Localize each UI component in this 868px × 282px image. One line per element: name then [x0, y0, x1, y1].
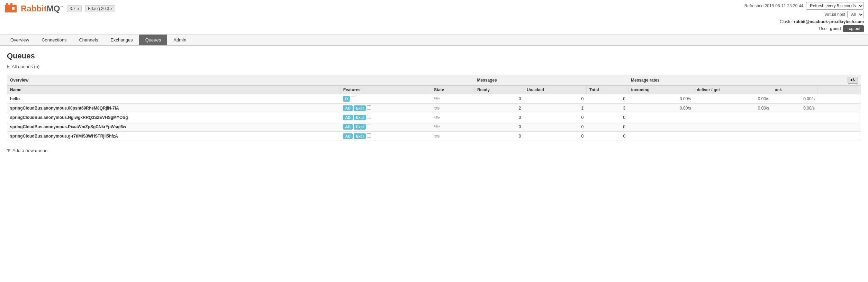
add-queue-triangle-icon	[7, 149, 10, 152]
svg-rect-4	[12, 7, 15, 10]
queue-unacked: 0	[524, 132, 586, 141]
queue-features: AD Excl	[340, 132, 431, 141]
queue-checkbox[interactable]	[367, 133, 371, 138]
logo-text: RabbitMQ™	[21, 4, 63, 13]
queue-checkbox[interactable]	[367, 124, 371, 128]
queue-incoming: 0.00/s	[628, 104, 694, 113]
queue-total: 0	[586, 113, 628, 122]
top-right: Refreshed 2018-06-11 23:20:44 Refresh ev…	[744, 2, 864, 32]
add-queue-row[interactable]: Add a new queue	[7, 147, 861, 154]
col-total: Total	[586, 86, 628, 94]
tab-exchanges[interactable]: Exchanges	[104, 35, 139, 45]
logout-button[interactable]: Log out	[843, 25, 864, 32]
queue-state: idle	[431, 132, 474, 141]
section-messages: Messages	[474, 75, 628, 86]
badge-ad: AD	[343, 115, 353, 120]
queue-row-spacer	[817, 94, 861, 104]
queue-row-spacer	[817, 122, 861, 132]
queue-name: springCloudBus.anonymous.00psnt69RheM8QR…	[7, 104, 340, 113]
queue-name-link[interactable]: hello	[10, 96, 20, 101]
col-header-row: Name Features State Ready Unacked Total …	[7, 86, 861, 94]
all-queues-toggle[interactable]: All queues (5)	[7, 64, 861, 69]
table-row[interactable]: springCloudBus.anonymous.00psnt69RheM8QR…	[7, 104, 861, 113]
logo-rabbit: Rabbit	[21, 4, 47, 13]
queue-table: Overview Messages Message rates +/- Name…	[7, 75, 861, 141]
queue-name-link[interactable]: springCloudBus.anonymous.g-r7tiMiS3WHSTR…	[10, 134, 118, 139]
queue-state-value: idle	[434, 115, 440, 120]
tab-connections[interactable]: Connections	[35, 35, 73, 45]
col-name: Name	[7, 86, 340, 94]
top-bar: RabbitMQ™ 3.7.5 Erlang 20.3.7 Refreshed …	[0, 0, 868, 35]
queue-ack: 0.00/s	[772, 94, 817, 104]
queue-checkbox[interactable]	[367, 115, 371, 119]
refresh-select[interactable]: Refresh every 5 seconds	[806, 2, 864, 10]
queue-name-link[interactable]: springCloudBus.anonymous.NglwgkRRQ3S2EVH…	[10, 115, 128, 120]
queue-state-value: idle	[434, 106, 440, 110]
queue-incoming	[628, 132, 694, 141]
user-row: User guest Log out	[819, 25, 864, 32]
queue-ready: 0	[474, 113, 524, 122]
queue-incoming	[628, 113, 694, 122]
queue-checkbox[interactable]	[367, 105, 371, 110]
col-state: State	[431, 86, 474, 94]
section-message-rates: Message rates	[628, 75, 817, 86]
tab-admin[interactable]: Admin	[167, 35, 192, 45]
queue-table-wrapper: Overview Messages Message rates +/- Name…	[7, 75, 861, 141]
refresh-timestamp: Refreshed 2018-06-11 23:20:44	[744, 3, 803, 8]
queue-state: idle	[431, 104, 474, 113]
queue-ack	[772, 113, 817, 122]
queue-ready: 0	[474, 122, 524, 132]
queue-ack	[772, 132, 817, 141]
plus-minus-button[interactable]: +/-	[848, 77, 858, 84]
refresh-row: Refreshed 2018-06-11 23:20:44 Refresh ev…	[744, 2, 864, 10]
tab-queues[interactable]: Queues	[139, 35, 168, 45]
queue-name-link[interactable]: springCloudBus.anonymous.00psnt69RheM8QR…	[10, 106, 119, 111]
virtual-host-select[interactable]: All	[847, 11, 864, 18]
queue-unacked: 0	[524, 122, 586, 132]
badge-ad: AD	[343, 133, 353, 139]
queue-state-value: idle	[434, 97, 440, 101]
queue-state-value: idle	[434, 134, 440, 138]
queue-ready: 0	[474, 94, 524, 104]
badge-excl: Excl	[354, 124, 366, 130]
queue-name: springCloudBus.anonymous.NglwgkRRQ3S2EVH…	[7, 113, 340, 122]
queue-row-spacer	[817, 113, 861, 122]
nav-bar: Overview Connections Channels Exchanges …	[0, 35, 868, 46]
queue-row-spacer	[817, 132, 861, 141]
queue-total: 0	[586, 94, 628, 104]
virtual-host-label: Virtual host	[824, 12, 845, 17]
table-row[interactable]: springCloudBus.anonymous.NglwgkRRQ3S2EVH…	[7, 113, 861, 122]
cluster-value: rabbit@macbook-pro.dtxytech.com	[794, 19, 864, 24]
queue-name: springCloudBus.anonymous.g-r7tiMiS3WHSTR…	[7, 132, 340, 141]
queue-row-spacer	[817, 104, 861, 113]
badge-excl: Excl	[354, 115, 366, 120]
queue-incoming	[628, 122, 694, 132]
tab-channels[interactable]: Channels	[73, 35, 104, 45]
logo-area: RabbitMQ™ 3.7.5 Erlang 20.3.7	[4, 2, 115, 15]
queue-checkbox[interactable]	[351, 96, 355, 100]
queue-total: 0	[586, 132, 628, 141]
user-value: guest	[830, 26, 841, 31]
virtual-host-row: Virtual host All	[824, 11, 864, 18]
badge-ad: AD	[343, 105, 353, 111]
queue-unacked: 0	[524, 94, 586, 104]
table-row[interactable]: springCloudBus.anonymous.PxaaWmZpSgCNkrY…	[7, 122, 861, 132]
queue-features: AD Excl	[340, 113, 431, 122]
rabbitmq-logo-icon	[4, 2, 17, 15]
queue-name-link[interactable]: springCloudBus.anonymous.PxaaWmZpSgCNkrY…	[10, 124, 126, 129]
queue-features: D	[340, 94, 431, 104]
queue-ready: 2	[474, 104, 524, 113]
col-ack: ack	[772, 86, 817, 94]
col-ready: Ready	[474, 86, 524, 94]
erlang-badge: Erlang 20.3.7	[85, 5, 115, 12]
queue-incoming: 0.00/s	[628, 94, 694, 104]
queue-state-value: idle	[434, 125, 440, 129]
table-row[interactable]: springCloudBus.anonymous.g-r7tiMiS3WHSTR…	[7, 132, 861, 141]
toggle-triangle-icon	[7, 65, 10, 68]
table-row[interactable]: helloD idle0000.00/s0.00/s0.00/s	[7, 94, 861, 104]
version-badge: 3.7.5	[67, 5, 82, 12]
tab-overview[interactable]: Overview	[4, 35, 35, 45]
all-queues-label: All queues (5)	[12, 64, 39, 69]
badge-d: D	[343, 96, 350, 102]
add-queue-label: Add a new queue	[12, 148, 47, 153]
